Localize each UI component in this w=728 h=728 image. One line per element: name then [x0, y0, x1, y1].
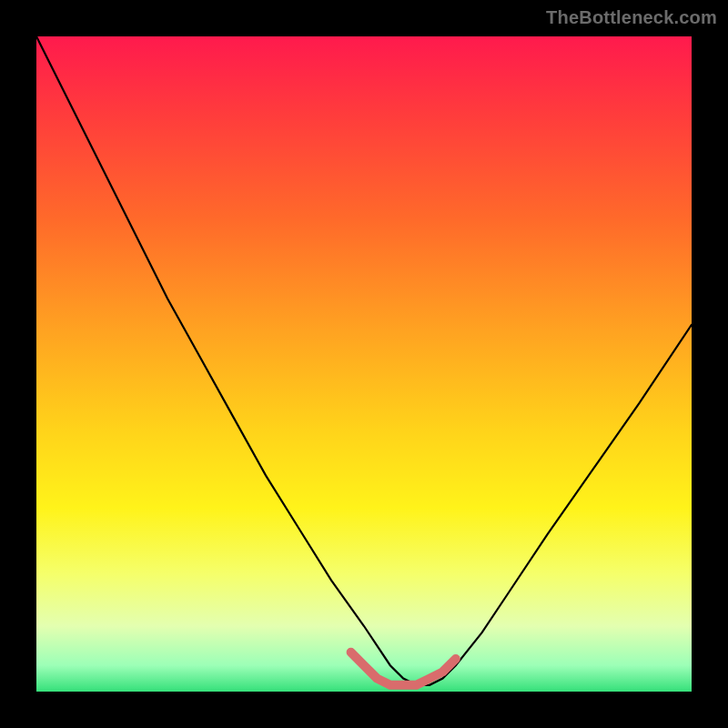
watermark-text: TheBottleneck.com: [546, 7, 717, 28]
chart-svg: [36, 36, 692, 692]
chart-frame: TheBottleneck.com: [0, 0, 728, 728]
bottleneck-curve: [36, 36, 692, 685]
plot-area: [36, 36, 692, 692]
